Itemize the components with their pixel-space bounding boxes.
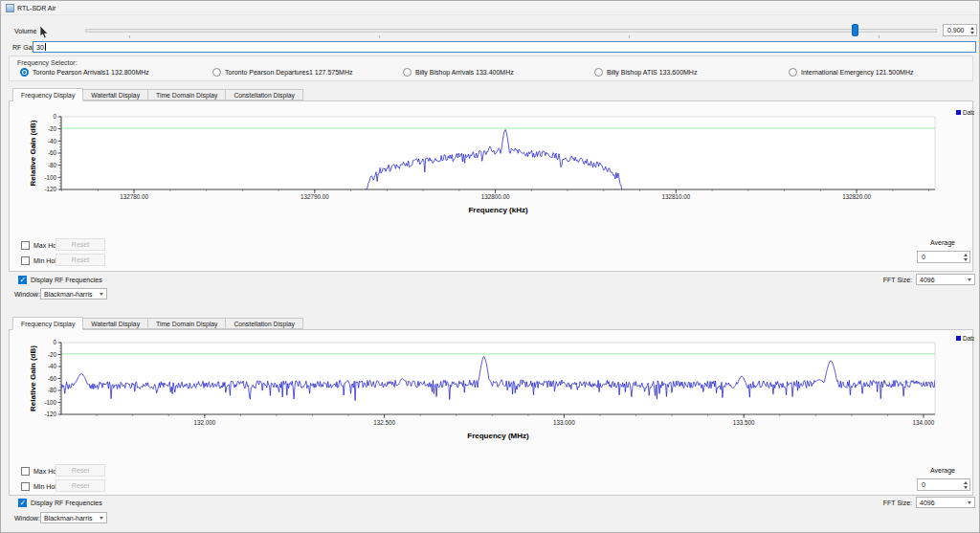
reset-max-button-p1[interactable]: Reset [56, 238, 105, 251]
reset-min-button-p1[interactable]: Reset [56, 254, 105, 266]
radio-label: Toronto Pearson Departures1 127.575MHz [225, 69, 352, 76]
radio-unselected-icon [212, 68, 221, 77]
svg-text:Frequency (MHz): Frequency (MHz) [467, 432, 529, 440]
svg-text:132820.00: 132820.00 [842, 193, 871, 200]
display-rf-label-p1: Display RF Frequencies [31, 276, 102, 284]
volume-value-spinbox[interactable]: 0.900 [943, 24, 977, 36]
average-spinbox-p2[interactable]: 0 [917, 478, 970, 491]
tab-pane-p1: 132780.00132790.00132800.00132810.001328… [9, 100, 973, 272]
average-spinbox-p1[interactable]: 0 [917, 251, 970, 263]
radio-unselected-icon [594, 68, 603, 77]
tab-time-domain-display-p1[interactable]: Time Domain Display [148, 89, 226, 100]
radio-label: Toronto Pearson Arrivals1 132.800MHz [33, 69, 149, 76]
frequency-plot-p2[interactable]: 132.000132.500133.000133.500134.0000-20-… [10, 330, 974, 497]
radio-billy-bishop-arrivals[interactable]: Billy Bishop Arrivals 133.400MHz [403, 68, 514, 77]
radio-billy-bishop-atis[interactable]: Billy Bishop ATIS 133.600MHz [594, 68, 697, 77]
spinner-down-icon[interactable] [970, 32, 974, 34]
volume-slider-track[interactable] [85, 29, 937, 33]
tab-waterfall-display-p1[interactable]: Waterfall Display [83, 89, 148, 100]
chevron-down-icon [968, 501, 971, 504]
fft-size-label-p2: FFT Size: [843, 499, 912, 507]
chevron-down-icon [100, 517, 103, 520]
app-icon [6, 4, 14, 12]
radio-unselected-icon [403, 68, 412, 77]
spinner-up-icon[interactable] [964, 254, 968, 256]
svg-text:-120: -120 [44, 411, 56, 417]
svg-text:-60: -60 [48, 375, 57, 382]
tab-frequency-display-p1[interactable]: Frequency Display [12, 88, 83, 101]
slider-tick [629, 35, 630, 38]
radio-toronto-pearson-departures1[interactable]: Toronto Pearson Departures1 127.575MHz [212, 68, 352, 77]
average-value-p2: 0 [922, 481, 925, 488]
svg-text:133.500: 133.500 [733, 419, 755, 426]
window-fn-dropdown-p2[interactable]: Blackman-harris [40, 512, 107, 523]
fft-size-dropdown-p2[interactable]: 4096 [916, 497, 975, 508]
average-label-p1: Average [917, 238, 969, 247]
radio-selected-icon [20, 68, 29, 77]
window-fn-dropdown-p1[interactable]: Blackman-harris [40, 288, 107, 300]
tab-time-domain-display-p2[interactable]: Time Domain Display [148, 318, 226, 329]
max-hold-checkbox-p2[interactable] [21, 467, 30, 476]
radio-label: Billy Bishop Arrivals 133.400MHz [415, 69, 514, 76]
radio-international-emergency[interactable]: International Emergency 121.500MHz [789, 68, 914, 77]
volume-slider-handle[interactable] [852, 24, 858, 36]
tab-waterfall-display-p2[interactable]: Waterfall Display [83, 318, 148, 329]
display-rf-label-p2: Display RF Frequencies [31, 499, 102, 507]
svg-text:132810.00: 132810.00 [661, 193, 690, 200]
tab-frequency-display-p2[interactable]: Frequency Display [12, 317, 83, 330]
svg-text:Data 0: Data 0 [963, 335, 974, 342]
frequency-selector-group: Frequency Selector: Toronto Pearson Arri… [9, 56, 973, 81]
svg-text:-20: -20 [48, 351, 57, 358]
window-titlebar: RTL-SDR Air [1, 1, 979, 15]
window-fn-value-p2: Blackman-harris [44, 515, 93, 522]
chevron-down-icon [100, 293, 103, 296]
svg-text:132.000: 132.000 [193, 419, 215, 426]
svg-text:0: 0 [53, 113, 56, 120]
checkmark-icon: ✓ [20, 276, 27, 284]
svg-text:132.500: 132.500 [373, 419, 395, 426]
rf-gain-value: 30 [36, 44, 44, 51]
tab-constellation-display-p2[interactable]: Constellation Display [226, 318, 302, 329]
fft-size-dropdown-p1[interactable]: 4096 [916, 274, 975, 285]
checkmark-icon: ✓ [20, 499, 27, 507]
radio-toronto-pearson-arrivals1[interactable]: Toronto Pearson Arrivals1 132.800MHz [20, 68, 149, 77]
min-hold-checkbox-p2[interactable] [21, 482, 30, 491]
min-hold-checkbox-p1[interactable] [21, 256, 30, 265]
spinner-up-icon[interactable] [970, 27, 974, 30]
radio-label: Billy Bishop ATIS 133.600MHz [607, 69, 697, 76]
rf-gain-input[interactable]: 30 [33, 41, 976, 53]
tabbar-panel2: Frequency Display Waterfall Display Time… [12, 316, 303, 329]
volume-value: 0.900 [947, 27, 965, 33]
window-fn-label-p2: Window: [14, 514, 40, 522]
volume-label: Volume [14, 27, 36, 35]
window-fn-label-p1: Window: [14, 290, 40, 299]
slider-tick [129, 35, 130, 38]
tab-constellation-display-p1[interactable]: Constellation Display [226, 89, 302, 100]
svg-text:133.000: 133.000 [553, 419, 575, 426]
svg-text:-60: -60 [48, 149, 57, 156]
svg-text:-100: -100 [44, 174, 56, 181]
svg-text:132780.00: 132780.00 [120, 193, 148, 200]
radio-unselected-icon [789, 68, 797, 77]
slider-tick [879, 35, 880, 38]
svg-text:-80: -80 [48, 387, 57, 393]
spinner-down-icon[interactable] [964, 486, 968, 489]
svg-text:Data 0: Data 0 [963, 109, 974, 116]
reset-min-button-p2[interactable]: Reset [56, 479, 105, 492]
fft-size-value-p2: 4096 [920, 500, 935, 506]
svg-text:Relative Gain (dB): Relative Gain (dB) [29, 120, 37, 186]
frequency-plot-p1[interactable]: 132780.00132790.00132800.00132810.001328… [10, 101, 974, 273]
frequency-selector-label: Frequency Selector: [17, 58, 78, 67]
display-rf-checkbox-p1[interactable]: ✓ [18, 276, 27, 284]
svg-text:132790.00: 132790.00 [301, 193, 329, 200]
reset-max-button-p2[interactable]: Reset [56, 464, 105, 477]
spinner-up-icon[interactable] [964, 481, 968, 484]
svg-text:134.000: 134.000 [913, 419, 935, 426]
svg-text:Frequency (kHz): Frequency (kHz) [468, 206, 528, 214]
window-title: RTL-SDR Air [17, 4, 56, 12]
svg-text:132800.00: 132800.00 [481, 193, 510, 200]
svg-text:Relative Gain (dB): Relative Gain (dB) [29, 345, 37, 411]
display-rf-checkbox-p2[interactable]: ✓ [18, 499, 27, 507]
spinner-down-icon[interactable] [964, 258, 968, 261]
max-hold-checkbox-p1[interactable] [21, 241, 30, 250]
